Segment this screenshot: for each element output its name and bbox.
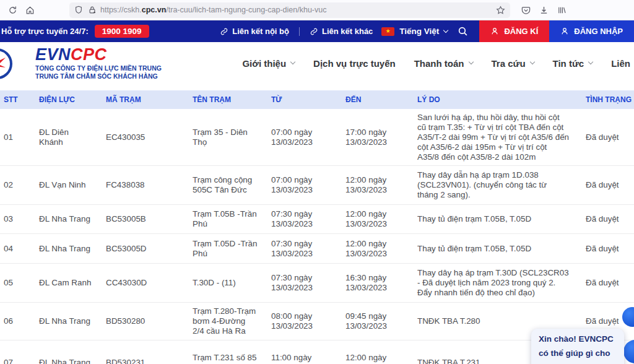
cell-ma-tram: EC430035 [102, 109, 189, 165]
col-ly-do: LÝ DO [414, 90, 582, 109]
table-row: 02 ĐL Vạn Ninh FC438038 Trạm công cộng 5… [0, 166, 634, 205]
cell-den: 16:30 ngày 13/03/2023 [342, 264, 414, 302]
shield-icon[interactable] [74, 6, 83, 14]
nav-thanh-toan[interactable]: Thanh toán [414, 58, 473, 69]
chat-greeting-text: Xin chào! EVNCPC có thể giúp gì cho bạn? [539, 332, 617, 364]
nav-tra-cuu[interactable]: Tra cứu [492, 58, 534, 69]
cell-den: 12:00 ngày 13/03/2023 [342, 340, 414, 364]
cell-stt: 01 [0, 109, 35, 165]
chevron-down-icon [529, 59, 534, 64]
cell-tu: 07:30 ngày 13/03/2023 [267, 264, 342, 302]
cell-den: 12:00 ngày 13/03/2023 [342, 205, 414, 233]
cell-ly-do: San lưới hạ áp, thu hồi dây, thu hồi cột… [414, 109, 582, 165]
internal-links-menu[interactable]: Liên kết nội bộ [220, 27, 289, 36]
cell-tu: 07:30 ngày 13/03/2023 [267, 205, 342, 233]
table-header-row: STT ĐIỆN LỰC MÃ TRẠM TÊN TRẠM TỪ ĐẾN LÝ … [0, 90, 634, 109]
home-icon[interactable] [21, 2, 38, 18]
cell-ly-do: Thay tủ điện trạm T.05B, T.05D [414, 205, 582, 233]
cell-tu: 07:30 ngày 13/03/2023 [267, 234, 342, 263]
chat-greeting-bubble[interactable]: Xin chào! EVNCPC có thể giúp gì cho bạn? [531, 329, 624, 364]
cell-stt: 05 [0, 264, 35, 302]
search-button[interactable] [458, 26, 468, 37]
cell-tinh-trang: Đã duyệt [582, 264, 634, 302]
cell-stt: 06 [0, 303, 35, 340]
cell-dien-luc: ĐL Diên Khánh [35, 109, 102, 165]
cell-ma-tram: BC53005B [102, 205, 189, 233]
cell-tinh-trang: Đã duyệt [582, 205, 634, 233]
login-button[interactable]: ĐĂNG NHẬP [549, 20, 634, 42]
cell-den: 12:00 ngày 13/03/2023 [342, 166, 414, 204]
cell-den: 17:00 ngày 13/03/2023 [342, 109, 414, 165]
nav-gioi-thieu[interactable]: Giới thiệu [242, 58, 295, 69]
nav-lien-he[interactable]: Liên [611, 58, 630, 69]
col-tu: TỪ [267, 90, 342, 109]
chevron-down-icon [443, 28, 448, 33]
outage-table: STT ĐIỆN LỰC MÃ TRẠM TÊN TRẠM TỪ ĐẾN LÝ … [0, 90, 634, 364]
browser-toolbar: https://cskh.cpc.vn/tra-cuu/lich-tam-ngu… [0, 0, 634, 20]
pocket-icon[interactable] [521, 6, 531, 15]
cell-ma-tram: BC53005D [102, 234, 189, 263]
cell-ten-tram: Trạm T.05B -Trần Phú [189, 205, 267, 233]
language-label: Tiếng Việt [399, 27, 439, 36]
cell-stt: 02 [0, 166, 35, 204]
site-header: EVNCPC TỔNG CÔNG TY ĐIỆN LỰC MIỀN TRUNG … [0, 42, 634, 84]
col-ma-tram: MÃ TRẠM [102, 90, 189, 109]
table-row: 05 ĐL Cam Ranh CC43030D T.30D - (11) 07:… [0, 264, 634, 303]
other-links-menu[interactable]: Liên kết khác [310, 27, 373, 36]
cell-tinh-trang: Đã duyệt [582, 234, 634, 263]
cell-tu: 08:00 ngày 13/03/2023 [267, 303, 342, 340]
cell-ma-tram: BD530231 [102, 340, 189, 364]
library-icon[interactable] [557, 6, 567, 15]
cell-dien-luc: ĐL Nha Trang [35, 340, 102, 364]
bookmark-star-icon[interactable] [496, 6, 505, 15]
chevron-down-icon [468, 59, 473, 64]
evn-logo [0, 47, 14, 80]
col-stt: STT [0, 90, 35, 109]
download-icon[interactable] [539, 6, 549, 15]
link-icon [220, 27, 228, 36]
brand-block[interactable]: EVNCPC TỔNG CÔNG TY ĐIỆN LỰC MIỀN TRUNG … [35, 46, 162, 80]
cell-tu: 07:00 ngày 13/03/2023 [267, 166, 342, 204]
divider [299, 27, 300, 36]
page: https://cskh.cpc.vn/tra-cuu/lich-tam-ngu… [0, 0, 634, 364]
table-row: 01 ĐL Diên Khánh EC430035 Trạm 35 - Diên… [0, 109, 634, 166]
cell-ten-tram: Trạm T.05D -Trần Phú [189, 234, 267, 263]
cell-stt: 07 [0, 340, 35, 364]
url-bar[interactable]: https://cskh.cpc.vn/tra-cuu/lich-tam-ngu… [69, 2, 510, 18]
lock-icon[interactable] [88, 6, 97, 14]
cell-dien-luc: ĐL Nha Trang [35, 303, 102, 340]
cell-ten-tram: Trạm T.231 số 85 đường 2-4 - Nha [189, 340, 267, 364]
cell-stt: 04 [0, 234, 35, 263]
cell-ten-tram: Trạm 35 - Diên Thọ [189, 109, 267, 165]
nav-tin-tuc[interactable]: Tin tức [553, 58, 593, 69]
cell-den: 09:45 ngày 13/03/2023 [342, 303, 414, 340]
table-row: 04 ĐL Nha Trang BC53005D Trạm T.05D -Trầ… [0, 234, 634, 264]
cell-dien-luc: ĐL Nha Trang [35, 234, 102, 263]
cell-tu: 07:00 ngày 13/03/2023 [267, 109, 342, 165]
utility-bar: Hỗ trợ trực tuyến 24/7: 1900 1909 Liên k… [0, 20, 634, 42]
cell-tinh-trang: Đã duyệt [582, 166, 634, 204]
register-button[interactable]: ĐĂNG KÍ [479, 20, 549, 42]
table-row: 03 ĐL Nha Trang BC53005B Trạm T.05B -Trầ… [0, 205, 634, 234]
cell-stt: 03 [0, 205, 35, 233]
language-selector[interactable]: ★ Tiếng Việt [381, 27, 448, 36]
cell-ly-do: Thay dây dẫn hạ áp trạm 1D.038 (SCL23VN0… [414, 166, 582, 204]
col-dien-luc: ĐIỆN LỰC [35, 90, 102, 109]
cell-ten-tram: T.30D - (11) [189, 264, 267, 302]
col-tinh-trang: TÌNH TRẠNG [582, 90, 634, 109]
chevron-down-icon [588, 59, 593, 64]
brand-subtitle: TỔNG CÔNG TY ĐIỆN LỰC MIỀN TRUNG TRUNG T… [35, 64, 162, 80]
reload-icon[interactable] [4, 2, 21, 18]
cell-tinh-trang: Đã duyệt [582, 109, 634, 165]
cell-dien-luc: ĐL Cam Ranh [35, 264, 102, 302]
link-icon [310, 27, 318, 36]
cell-ten-tram: Trạm T.280-Trạm bơm 4-Đường 2/4 cầu Hà R… [189, 303, 267, 340]
cell-ten-tram: Trạm công cộng 505C Tân Đức [189, 166, 267, 204]
cell-tu: 11:00 ngày 13/03/2023 [267, 340, 342, 364]
cell-ma-tram: BD530280 [102, 303, 189, 340]
url-text: https://cskh.cpc.vn/tra-cuu/lich-tam-ngu… [100, 6, 496, 14]
cell-dien-luc: ĐL Nha Trang [35, 205, 102, 233]
cell-dien-luc: ĐL Vạn Ninh [35, 166, 102, 204]
support-label: Hỗ trợ trực tuyến 24/7: [1, 27, 89, 36]
nav-dich-vu-truc-tuyen[interactable]: Dịch vụ trực tuyến [313, 58, 396, 69]
